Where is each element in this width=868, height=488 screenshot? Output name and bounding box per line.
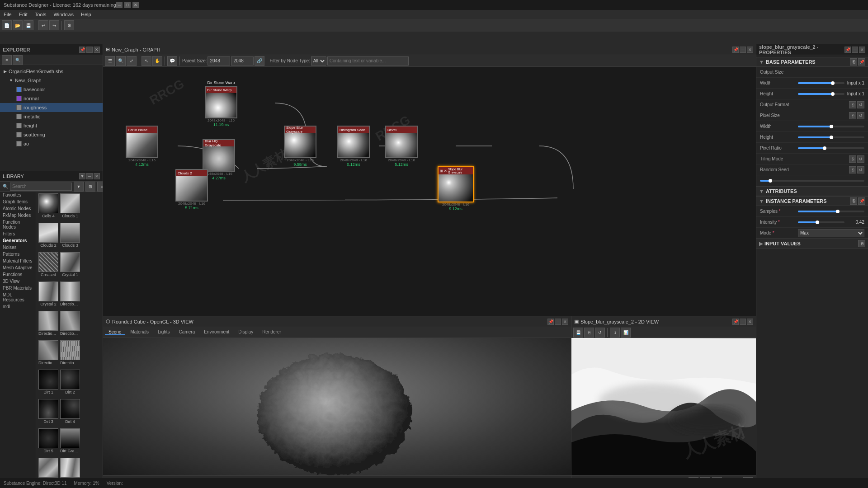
preview-save[interactable]: 💾 xyxy=(573,328,583,338)
output-format-icon1[interactable]: ⎘ xyxy=(849,101,856,108)
viewport-minimize[interactable]: ─ xyxy=(555,319,561,325)
maximize-button[interactable]: □ xyxy=(124,2,131,8)
section-attributes[interactable]: ▼ ATTRIBUTES xyxy=(756,186,868,196)
preview-reset[interactable]: ↺ xyxy=(595,328,605,338)
lib-item-dirt1[interactable]: Dirt 1 xyxy=(38,370,59,398)
menu-file[interactable]: File xyxy=(4,12,12,17)
library-close[interactable]: ✕ xyxy=(94,173,100,179)
instance-icon2[interactable]: 📌 xyxy=(858,197,865,205)
vtab-display[interactable]: Display xyxy=(235,329,257,335)
close-button[interactable]: ✕ xyxy=(132,2,139,8)
graph-comment[interactable]: 💬 xyxy=(167,56,177,66)
lib-nav-favorites[interactable]: Favorites xyxy=(0,192,36,198)
props-pin[interactable]: 📌 xyxy=(844,47,851,53)
prop-intensity-slider[interactable] xyxy=(798,221,844,223)
graph-close[interactable]: ✕ xyxy=(747,47,753,53)
lib-nav-functions[interactable]: Functions xyxy=(0,271,36,278)
lib-item-dirt3[interactable]: Dirt 3 xyxy=(38,399,59,427)
library-minimize[interactable]: ─ xyxy=(86,173,93,179)
tree-item-ao[interactable]: ao xyxy=(0,139,103,148)
section-instance-params[interactable]: ▼ INSTANCE PARAMETERS ⎘ 📌 xyxy=(756,196,868,206)
lib-item-dirt4[interactable]: Dirt 4 xyxy=(60,399,80,427)
node-dir-stone-warp[interactable]: Dir Stone Warp Dir Stone Warp 2048x2048 … xyxy=(205,80,237,127)
lib-item-clouds1[interactable]: Clouds 1 xyxy=(60,193,80,222)
open-button[interactable]: 📂 xyxy=(13,20,23,30)
vtab-renderer[interactable]: Renderer xyxy=(259,329,285,335)
input-values-icon[interactable]: ⎘ xyxy=(858,240,865,247)
lib-item-clouds2[interactable]: Clouds 2 xyxy=(38,223,59,251)
node-bevel[interactable]: Bevel 2048x2048 - L16 5.12ms xyxy=(385,126,418,167)
graph-fit[interactable]: ⤢ xyxy=(127,56,137,66)
random-seed-icon1[interactable]: ⎘ xyxy=(849,166,856,174)
tree-item-scattering[interactable]: scattering xyxy=(0,130,103,139)
section-base-params[interactable]: ▼ BASE PARAMETERS ⎘ 📌 xyxy=(756,57,868,67)
explorer-search[interactable]: 🔍 xyxy=(13,55,23,65)
lib-item-dir-scratches[interactable]: Directional Scratches xyxy=(60,340,80,369)
tree-item-metallic[interactable]: metallic xyxy=(0,112,103,121)
lib-nav-mdl[interactable]: mdl xyxy=(0,303,36,310)
library-options[interactable]: ▼ xyxy=(79,173,85,179)
menu-edit[interactable]: Edit xyxy=(19,12,28,17)
graph-link-size[interactable]: 🔗 xyxy=(255,56,264,66)
size-input[interactable] xyxy=(231,56,254,66)
prop-pixel-width-slider[interactable] xyxy=(798,126,864,127)
lib-item-dir-noise2[interactable]: Directional Noise 2 xyxy=(38,311,59,339)
lib-item-crystal2[interactable]: Crystal 2 xyxy=(38,282,59,310)
lib-item-dirt2[interactable]: Dirt 2 xyxy=(60,370,80,398)
explorer-minimize[interactable]: ─ xyxy=(86,47,93,53)
prop-mode-select[interactable]: Max Min Average xyxy=(798,229,864,237)
prop-copy-icon[interactable]: ⎘ xyxy=(850,58,857,66)
lib-item-dir-noise4[interactable]: Directional Noise 4 xyxy=(38,340,59,369)
parent-size-input[interactable] xyxy=(208,56,230,66)
node-histogram-scan[interactable]: Histogram Scan 2048x2048 - L16 0.12ms xyxy=(337,126,370,167)
prop-pixel-height-slider[interactable] xyxy=(798,136,864,138)
minimize-button[interactable]: ─ xyxy=(116,2,123,8)
lib-nav-atomic[interactable]: Atomic Nodes xyxy=(0,205,36,212)
tiling-icon2[interactable]: ↺ xyxy=(857,155,864,163)
viewport-close[interactable]: ✕ xyxy=(562,319,568,325)
vtab-scene[interactable]: Scene xyxy=(105,329,125,335)
new-button[interactable]: 📄 xyxy=(2,20,12,30)
explorer-pin[interactable]: 📌 xyxy=(79,47,85,53)
settings-button[interactable]: ⚙ xyxy=(64,20,74,30)
lib-nav-mesh-adaptive[interactable]: Mesh Adaptive xyxy=(0,264,36,271)
graph-toggle-icons[interactable]: ☰ xyxy=(105,56,115,66)
output-format-icon2[interactable]: ↺ xyxy=(857,101,864,108)
vtab-lights[interactable]: Lights xyxy=(154,329,174,335)
tiling-icon1[interactable]: ⎘ xyxy=(849,155,856,163)
preview-minimize[interactable]: ─ xyxy=(740,319,746,325)
lib-nav-function[interactable]: Function Nodes xyxy=(0,219,36,230)
viewport-pin[interactable]: 📌 xyxy=(547,319,554,325)
node-search-input[interactable] xyxy=(327,56,409,66)
preview-canvas[interactable]: 人人素材 xyxy=(571,338,756,475)
lib-item-clouds3[interactable]: Clouds 3 xyxy=(60,223,80,251)
prop-pin-icon[interactable]: 📌 xyxy=(858,58,865,66)
tree-item-roughness[interactable]: roughness xyxy=(0,103,103,112)
preview-histogram-btn[interactable]: 📊 xyxy=(621,328,631,338)
lib-item-creased[interactable]: Creased xyxy=(38,252,59,281)
preview-info[interactable]: ℹ xyxy=(610,328,620,338)
graph-pin[interactable]: 📌 xyxy=(732,47,739,53)
lib-item-cells4[interactable]: Cells 4 xyxy=(38,193,59,222)
props-minimize[interactable]: ─ xyxy=(852,47,858,53)
explorer-close[interactable]: ✕ xyxy=(94,47,100,53)
lib-nav-material-filters[interactable]: Material Filters xyxy=(0,258,36,264)
tree-item-basecolor[interactable]: basecolor xyxy=(0,85,103,94)
library-filter-btn[interactable]: ▼ xyxy=(74,182,84,192)
node-slope-blur-2[interactable]: ⊞ ✕ Slope Blur Grayscale 2048x2048 - L16… xyxy=(438,166,474,211)
lib-nav-patterns[interactable]: Patterns xyxy=(0,251,36,258)
lib-nav-generators[interactable]: Generators xyxy=(0,237,36,244)
lib-item-crystal1[interactable]: Crystal 1 xyxy=(60,252,80,281)
preview-close[interactable]: ✕ xyxy=(747,319,753,325)
redo-button[interactable]: ↪ xyxy=(49,20,59,30)
vtab-camera[interactable]: Camera xyxy=(175,329,199,335)
viewport-canvas[interactable]: 📷 xyxy=(103,338,571,475)
menu-windows[interactable]: Windows xyxy=(53,12,74,17)
pixel-size-icon1[interactable]: ⎘ xyxy=(849,112,856,119)
prop-samples-slider[interactable] xyxy=(798,211,864,212)
graph-pan[interactable]: ✋ xyxy=(152,56,162,66)
lib-item-dir-noise3[interactable]: Directional Noise 3 xyxy=(60,311,80,339)
node-perlin-noise[interactable]: Perlin Noise 2048x2048 - L16 4.12ms xyxy=(126,126,158,167)
lib-nav-noises[interactable]: Noises xyxy=(0,244,36,251)
menu-tools[interactable]: Tools xyxy=(35,12,47,17)
